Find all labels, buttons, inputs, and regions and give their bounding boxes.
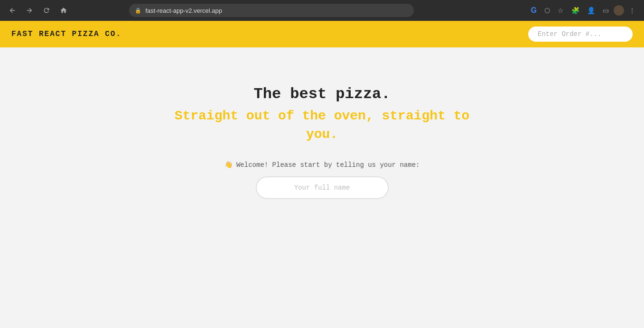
welcome-text: 👋 Welcome! Please start by telling us yo…	[224, 161, 420, 169]
share-button[interactable]: ⬡	[541, 5, 553, 16]
url-text: fast-react-app-v2.vercel.app	[145, 7, 222, 14]
cast-button[interactable]: ▭	[600, 5, 612, 16]
hero-subtitle-line1: Straight out of the oven, straight to	[175, 109, 470, 123]
bookmark-button[interactable]: ☆	[555, 5, 567, 16]
back-button[interactable]	[6, 5, 19, 16]
browser-chrome: 🔒 fast-react-app-v2.vercel.app G ⬡ ☆ 🧩 👤…	[0, 0, 644, 21]
lock-icon: 🔒	[135, 8, 141, 14]
name-input[interactable]	[256, 176, 389, 199]
reload-button[interactable]	[40, 5, 53, 16]
profile-avatar[interactable]	[614, 5, 624, 16]
hero-subtitle: Straight out of the oven, straight to yo…	[175, 107, 470, 144]
forward-button[interactable]	[23, 5, 36, 16]
address-bar[interactable]: 🔒 fast-react-app-v2.vercel.app	[129, 4, 414, 17]
hero-subtitle-line2: you.	[306, 127, 338, 142]
hero-title: The best pizza.	[253, 85, 390, 103]
app-main: The best pizza. Straight out of the oven…	[0, 47, 644, 199]
home-button[interactable]	[57, 5, 70, 16]
extension2-button[interactable]: 👤	[584, 5, 598, 16]
extension-button[interactable]: 🧩	[569, 5, 582, 16]
menu-button[interactable]: ⋮	[626, 5, 638, 16]
welcome-emoji: 👋	[224, 161, 233, 169]
app-logo: FAST REACT PIZZA CO.	[11, 30, 121, 38]
order-search-input[interactable]	[528, 27, 633, 42]
browser-actions: G ⬡ ☆ 🧩 👤 ▭ ⋮	[528, 4, 638, 17]
app-header: FAST REACT PIZZA CO.	[0, 21, 644, 47]
welcome-message: Welcome! Please start by telling us your…	[236, 161, 420, 169]
google-icon-btn[interactable]: G	[528, 4, 540, 17]
